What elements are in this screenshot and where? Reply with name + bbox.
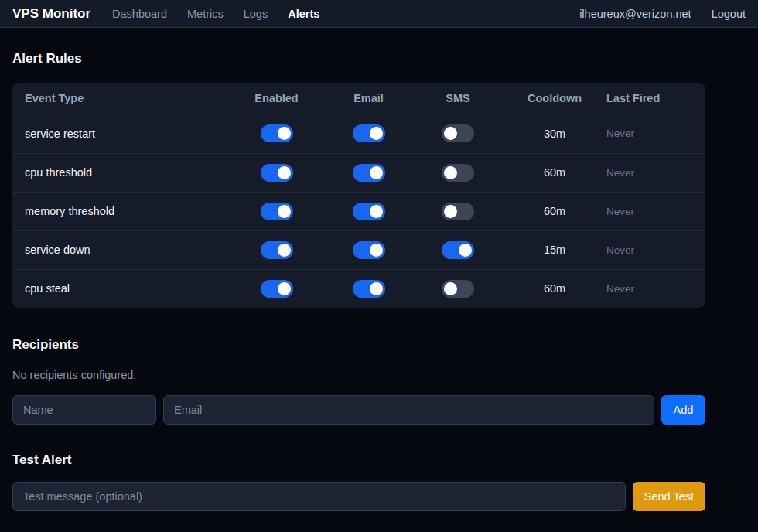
- toggle-knob: [370, 127, 383, 140]
- top-nav: VPS Monitor Dashboard Metrics Logs Alert…: [0, 0, 758, 28]
- recipients-empty-message: No recipients configured.: [12, 369, 746, 381]
- email-toggle[interactable]: [353, 203, 385, 220]
- alert-rule-row: memory threshold 60m Never: [12, 192, 705, 230]
- sms-toggle[interactable]: [442, 124, 474, 142]
- user-email: ilheureux@verizon.net: [579, 8, 691, 20]
- toggle-knob: [444, 127, 457, 140]
- toggle-knob: [370, 282, 383, 295]
- cooldown-cell: 60m: [503, 282, 606, 295]
- nav-link-metrics[interactable]: Metrics: [187, 8, 224, 20]
- sms-toggle[interactable]: [442, 164, 474, 182]
- alert-rules-header-row: Event Type Enabled Email SMS Cooldown La…: [12, 83, 705, 114]
- last-fired-cell: Never: [606, 167, 693, 179]
- recipients-title: Recipients: [12, 337, 746, 353]
- add-recipient-button[interactable]: Add: [661, 395, 705, 425]
- toggle-knob: [278, 244, 291, 257]
- event-type-cell: cpu threshold: [25, 166, 229, 179]
- nav-link-dashboard[interactable]: Dashboard: [112, 8, 167, 20]
- enabled-toggle[interactable]: [261, 124, 293, 142]
- event-type-cell: service restart: [25, 128, 229, 140]
- cooldown-cell: 60m: [503, 205, 606, 217]
- col-event-type: Event Type: [25, 92, 229, 104]
- test-message-input[interactable]: [12, 482, 626, 511]
- enabled-toggle[interactable]: [261, 164, 293, 182]
- email-toggle[interactable]: [353, 124, 385, 142]
- last-fired-cell: Never: [606, 206, 693, 217]
- nav-link-logs[interactable]: Logs: [244, 8, 268, 20]
- cooldown-cell: 30m: [503, 128, 606, 140]
- toggle-knob: [278, 166, 291, 179]
- email-toggle[interactable]: [353, 164, 385, 182]
- toggle-knob: [444, 166, 457, 179]
- logout-button[interactable]: Logout: [712, 8, 746, 20]
- toggle-knob: [278, 127, 291, 140]
- toggle-knob: [370, 205, 383, 218]
- alert-rules-title: Alert Rules: [12, 51, 746, 66]
- col-enabled: Enabled: [229, 92, 324, 104]
- alert-rule-row: service down 15m Never: [12, 230, 705, 269]
- col-email: Email: [324, 92, 413, 104]
- alert-rule-row: service restart 30m Never: [12, 114, 705, 153]
- col-sms: SMS: [413, 92, 503, 104]
- cooldown-cell: 15m: [503, 244, 606, 256]
- event-type-cell: service down: [25, 244, 229, 256]
- alert-rule-row: cpu threshold 60m Never: [12, 153, 705, 192]
- nav-link-alerts[interactable]: Alerts: [288, 8, 319, 20]
- main-content: Alert Rules Event Type Enabled Email SMS…: [0, 51, 758, 511]
- event-type-cell: cpu steal: [25, 282, 229, 295]
- enabled-toggle[interactable]: [261, 280, 293, 298]
- last-fired-cell: Never: [606, 128, 693, 139]
- toggle-knob: [444, 205, 457, 218]
- alert-rule-row: cpu steal 60m Never: [12, 269, 705, 308]
- nav-links: Dashboard Metrics Logs Alerts: [112, 8, 319, 20]
- event-type-cell: memory threshold: [25, 205, 229, 217]
- send-test-button[interactable]: Send Test: [633, 482, 705, 511]
- col-last-fired: Last Fired: [606, 92, 693, 104]
- email-toggle[interactable]: [353, 280, 385, 298]
- toggle-knob: [278, 282, 291, 295]
- app-brand[interactable]: VPS Monitor: [12, 6, 90, 22]
- sms-toggle[interactable]: [442, 241, 474, 259]
- email-toggle[interactable]: [353, 241, 385, 259]
- alert-rules-body: service restart 30m Never cpu threshold …: [12, 114, 705, 308]
- recipient-email-input[interactable]: [163, 395, 654, 425]
- recipient-name-input[interactable]: [12, 395, 156, 425]
- last-fired-cell: Never: [606, 283, 693, 295]
- cooldown-cell: 60m: [503, 166, 606, 179]
- sms-toggle[interactable]: [442, 203, 474, 220]
- toggle-knob: [278, 205, 291, 218]
- toggle-knob: [459, 244, 472, 257]
- toggle-knob: [370, 244, 383, 257]
- recipient-form: Add: [12, 395, 705, 425]
- col-cooldown: Cooldown: [503, 92, 606, 104]
- test-alert-form: Send Test: [12, 482, 705, 511]
- alert-rules-table: Event Type Enabled Email SMS Cooldown La…: [12, 83, 705, 308]
- test-alert-title: Test Alert: [12, 452, 746, 468]
- toggle-knob: [370, 166, 383, 179]
- sms-toggle[interactable]: [442, 280, 474, 298]
- last-fired-cell: Never: [606, 244, 693, 256]
- toggle-knob: [444, 282, 457, 295]
- enabled-toggle[interactable]: [261, 241, 293, 259]
- enabled-toggle[interactable]: [261, 203, 293, 220]
